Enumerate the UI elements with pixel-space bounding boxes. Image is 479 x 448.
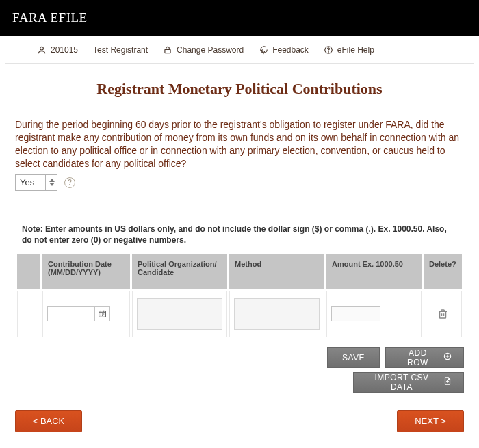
save-button[interactable]: SAVE [327, 347, 380, 368]
lock-icon [163, 45, 172, 55]
menu-feedback-label: Feedback [272, 45, 309, 55]
svg-point-0 [40, 47, 44, 50]
menu-help-label: eFile Help [337, 45, 374, 55]
question-text: During the period beginning 60 days prio… [15, 118, 464, 170]
amount-note: Note: Enter amounts in US dollars only, … [22, 224, 457, 246]
delete-row-button[interactable] [437, 307, 449, 321]
yesno-select[interactable]: Yes No [15, 174, 57, 191]
user-menubar: 201015 Test Registrant Change Password F… [0, 36, 479, 63]
plus-circle-icon [443, 352, 452, 363]
menu-user-id: 201015 [51, 45, 78, 55]
col-amount: Amount Ex. 1000.50 [326, 254, 422, 289]
col-date: Contribution Date (MM/DD/YYYY) [42, 254, 130, 289]
col-org: Political Organization/ Candidate [132, 254, 227, 289]
app-brand: FARA EFILE [12, 10, 88, 25]
col-rowhandle [17, 254, 40, 289]
save-label: SAVE [342, 353, 365, 363]
amount-cell [326, 291, 422, 337]
svg-rect-5 [440, 311, 446, 318]
user-icon [37, 45, 47, 55]
date-input[interactable] [47, 306, 95, 321]
import-csv-button[interactable]: IMPORT CSV DATA [353, 372, 464, 393]
method-input[interactable] [234, 298, 320, 330]
help-icon [324, 45, 333, 55]
menu-user[interactable]: 201015 [37, 45, 78, 55]
table-row [17, 291, 462, 337]
page-title: Registrant Monetary Political Contributi… [0, 80, 479, 98]
next-button[interactable]: NEXT > [397, 410, 464, 432]
menu-registrant[interactable]: Test Registrant [93, 45, 148, 55]
col-delete: Delete? [424, 254, 462, 289]
svg-point-3 [328, 52, 329, 53]
row-handle-cell [17, 291, 40, 337]
calendar-icon[interactable] [95, 306, 110, 321]
menu-change-password[interactable]: Change Password [163, 45, 244, 55]
question-help-icon[interactable]: ? [64, 177, 75, 188]
file-import-icon [443, 376, 452, 388]
add-row-label: ADD ROW [397, 348, 439, 367]
amount-input[interactable] [331, 306, 380, 321]
date-cell [42, 291, 130, 337]
feedback-icon [259, 45, 268, 55]
back-button[interactable]: < BACK [15, 410, 82, 432]
import-label: IMPORT CSV DATA [365, 373, 439, 392]
yesno-select-wrap: Yes No [15, 174, 57, 191]
svg-rect-1 [165, 49, 170, 53]
menu-change-password-label: Change Password [177, 45, 244, 55]
back-label: < BACK [33, 416, 65, 426]
col-method: Method [229, 254, 324, 289]
method-cell [229, 291, 324, 337]
org-input[interactable] [137, 298, 222, 330]
menu-help[interactable]: eFile Help [324, 45, 374, 55]
delete-cell [424, 291, 462, 337]
org-cell [132, 291, 227, 337]
contributions-table: Contribution Date (MM/DD/YYYY) Political… [15, 252, 464, 339]
next-label: NEXT > [415, 416, 446, 426]
menu-registrant-label: Test Registrant [93, 45, 148, 55]
menu-divider [5, 63, 474, 64]
add-row-button[interactable]: ADD ROW [385, 347, 464, 368]
app-header: FARA EFILE [0, 0, 479, 36]
menu-feedback[interactable]: Feedback [259, 45, 309, 55]
